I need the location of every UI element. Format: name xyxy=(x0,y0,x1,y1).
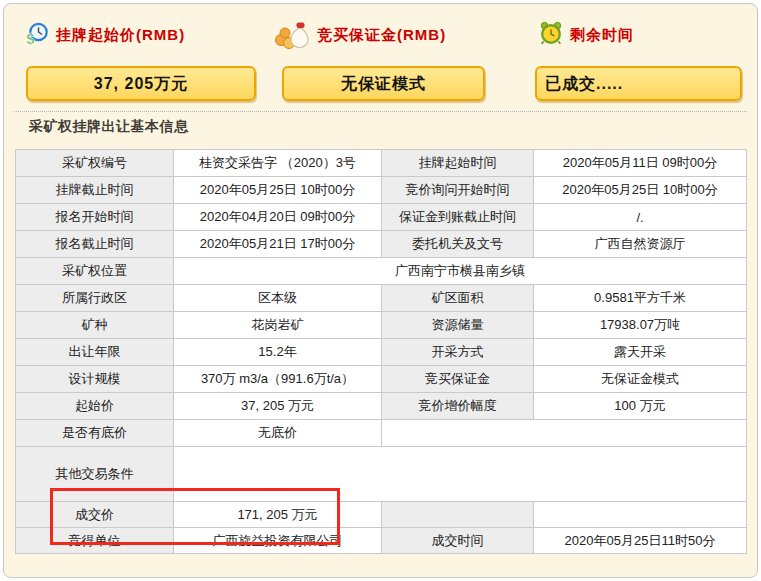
field-value: 0.9581平方千米 xyxy=(534,285,747,312)
field-value: 100 万元 xyxy=(534,393,747,420)
field-label: 挂牌截止时间 xyxy=(16,177,174,204)
summary-start-price: $ 挂牌起始价(RMB) 37, 205万元 xyxy=(26,16,256,101)
field-value: /. xyxy=(534,204,747,231)
field-value: 17938.07万吨 xyxy=(534,312,747,339)
table-row: 其他交易条件 xyxy=(16,447,747,502)
section-title: 采矿权挂牌出让基本信息 xyxy=(29,118,189,136)
field-label: 资源储量 xyxy=(382,312,534,339)
field-value: 无保证金模式 xyxy=(534,366,747,393)
field-label: 其他交易条件 xyxy=(16,447,174,502)
field-label: 竞价询问开始时间 xyxy=(382,177,534,204)
table-row: 采矿权编号 桂资交采告字 （2020）3号 挂牌起始时间 2020年05月11日… xyxy=(16,150,747,177)
field-label: 竞买保证金 xyxy=(382,366,534,393)
field-label: 竞得单位 xyxy=(16,528,174,554)
field-label: 矿区面积 xyxy=(382,285,534,312)
remaining-time-value: 已成交..... xyxy=(535,66,742,101)
field-label: 开采方式 xyxy=(382,339,534,366)
field-value: 370万 m3/a（991.6万t/a） xyxy=(174,366,382,393)
money-bag-icon xyxy=(274,17,310,54)
field-value xyxy=(534,502,747,528)
auction-detail-panel: $ 挂牌起始价(RMB) 37, 205万元 竞买保证金(RMB) 无保证模式 xyxy=(3,3,758,578)
table-row: 所属行政区 区本级 矿区面积 0.9581平方千米 xyxy=(16,285,747,312)
field-value: 15.2年 xyxy=(174,339,382,366)
deposit-value: 无保证模式 xyxy=(282,66,485,101)
field-value: 37, 205 万元 xyxy=(174,393,382,420)
field-label: 矿种 xyxy=(16,312,174,339)
table-row: 起始价 37, 205 万元 竞价增价幅度 100 万元 xyxy=(16,393,747,420)
field-label: 保证金到账截止时间 xyxy=(382,204,534,231)
field-value: 2020年05月25日 10时00分 xyxy=(534,177,747,204)
field-value: 2020年05月25日11时50分 xyxy=(534,528,747,554)
field-label: 采矿权编号 xyxy=(16,150,174,177)
deposit-label: 竞买保证金(RMB) xyxy=(317,26,446,45)
field-label: 挂牌起始时间 xyxy=(382,150,534,177)
table-row: 出让年限 15.2年 开采方式 露天开采 xyxy=(16,339,747,366)
field-value: 2020年05月21日 17时00分 xyxy=(174,231,382,258)
start-price-label: 挂牌起始价(RMB) xyxy=(56,26,185,45)
basic-info-table: 采矿权编号 桂资交采告字 （2020）3号 挂牌起始时间 2020年05月11日… xyxy=(15,149,747,554)
field-label: 报名开始时间 xyxy=(16,204,174,231)
field-label: 成交价 xyxy=(16,502,174,528)
summary-deposit: 竞买保证金(RMB) 无保证模式 xyxy=(282,16,485,101)
svg-text:$: $ xyxy=(27,30,35,45)
field-value: 2020年04月20日 09时00分 xyxy=(174,204,382,231)
field-value: 花岗岩矿 xyxy=(174,312,382,339)
field-label: 委托机关及文号 xyxy=(382,231,534,258)
table-row: 报名开始时间 2020年04月20日 09时00分 保证金到账截止时间 /. xyxy=(16,204,747,231)
table-row: 采矿权位置 广西南宁市横县南乡镇 xyxy=(16,258,747,285)
money-clock-icon: $ xyxy=(26,22,49,49)
field-value: 171, 205 万元 xyxy=(174,502,382,528)
field-value: 广西南宁市横县南乡镇 xyxy=(174,258,747,285)
field-value: 2020年05月25日 10时00分 xyxy=(174,177,382,204)
field-label: 成交时间 xyxy=(382,528,534,554)
table-row: 成交价 171, 205 万元 xyxy=(16,502,747,528)
table-row: 设计规模 370万 m3/a（991.6万t/a） 竞买保证金 无保证金模式 xyxy=(16,366,747,393)
field-label: 所属行政区 xyxy=(16,285,174,312)
field-label: 采矿权位置 xyxy=(16,258,174,285)
field-label: 设计规模 xyxy=(16,366,174,393)
table-row: 矿种 花岗岩矿 资源储量 17938.07万吨 xyxy=(16,312,747,339)
field-value: 2020年05月11日 09时00分 xyxy=(534,150,747,177)
field-label: 起始价 xyxy=(16,393,174,420)
table-row: 报名截止时间 2020年05月21日 17时00分 委托机关及文号 广西自然资源… xyxy=(16,231,747,258)
alarm-clock-icon xyxy=(539,21,563,49)
dotted-separator xyxy=(14,111,747,112)
field-value: 区本级 xyxy=(174,285,382,312)
table-row: 是否有底价 无底价 xyxy=(16,420,747,447)
field-label: 出让年限 xyxy=(16,339,174,366)
field-value: 露天开采 xyxy=(534,339,747,366)
field-value xyxy=(382,420,747,447)
start-price-value: 37, 205万元 xyxy=(26,66,256,101)
summary-remaining-time: 剩余时间 已成交..... xyxy=(535,16,742,101)
table-row: 竞得单位 广西旋益投资有限公司 成交时间 2020年05月25日11时50分 xyxy=(16,528,747,554)
field-label: 竞价增价幅度 xyxy=(382,393,534,420)
field-value: 广西旋益投资有限公司 xyxy=(174,528,382,554)
field-label: 报名截止时间 xyxy=(16,231,174,258)
field-value xyxy=(174,447,747,502)
field-label xyxy=(382,502,534,528)
field-value: 桂资交采告字 （2020）3号 xyxy=(174,150,382,177)
table-row: 挂牌截止时间 2020年05月25日 10时00分 竞价询问开始时间 2020年… xyxy=(16,177,747,204)
remaining-time-label: 剩余时间 xyxy=(570,26,634,45)
field-label: 是否有底价 xyxy=(16,420,174,447)
field-value: 广西自然资源厅 xyxy=(534,231,747,258)
field-value: 无底价 xyxy=(174,420,382,447)
